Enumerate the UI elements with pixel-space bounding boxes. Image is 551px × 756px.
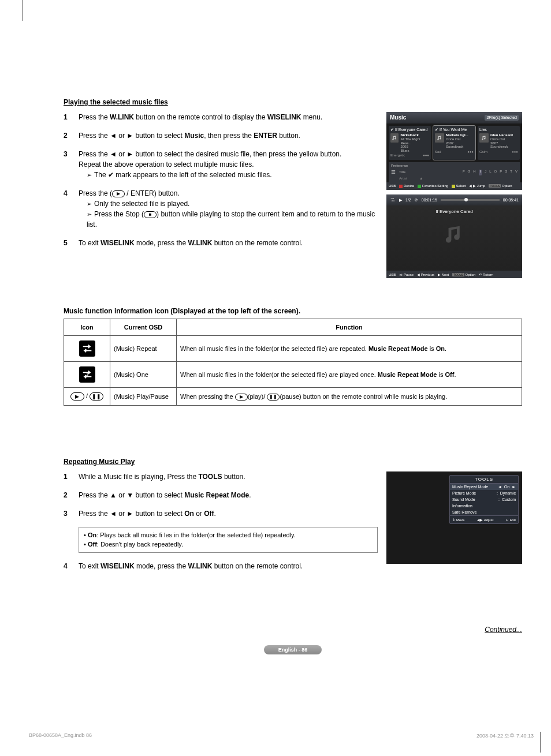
pb-option: Option — [466, 273, 476, 276]
preference-label: Preference — [391, 164, 518, 168]
progress-bar — [441, 199, 500, 201]
repeat-note-box: • On: Plays back all music fi les in the… — [79, 527, 378, 553]
step: 1Press the W.LINK button on the remote c… — [64, 112, 378, 122]
alpha-letter: O — [494, 170, 497, 175]
alpha-letter: T — [510, 170, 512, 175]
pb-return: Return — [483, 273, 493, 276]
print-footer: BP68-00658A_Eng.indb 86 2008-04-22 오후 7:… — [29, 732, 534, 740]
table-heading: Music function information icon (Display… — [64, 307, 522, 315]
selected-count-badge: 2File(s) Selected — [485, 115, 519, 121]
table-row: (Music) RepeatWhen all music files in th… — [64, 336, 522, 362]
total-time: 00:05:41 — [503, 198, 519, 202]
usb-label2: USB — [389, 273, 396, 276]
step: 4To exit WISELINK mode, press the W.LINK… — [64, 561, 378, 571]
repeat-mini-icon — [390, 197, 396, 203]
footer-date: 2008-04-22 오후 7:40:13 — [476, 732, 534, 740]
music-card: Lies Glen HansardOnce Ost2007Soundtrack … — [478, 126, 520, 160]
tools-menu-screenshot: TOOLS Music Repeat Mode◄ On ►Picture Mod… — [386, 471, 522, 564]
alpha-letter: J — [485, 170, 486, 175]
sort-artist: Artist — [399, 177, 407, 180]
bb-select: Select — [456, 184, 466, 188]
now-playing-title: If Everyone Cared — [435, 209, 472, 214]
tf-exit: Exit — [510, 518, 516, 522]
svg-text:1: 1 — [85, 372, 88, 377]
page-number-chip: English - 86 — [264, 645, 322, 654]
sort-title: Title — [399, 170, 405, 174]
music-browser-title: Music — [390, 114, 406, 121]
step: 3Press the ◄ or ► button to select the d… — [64, 149, 378, 180]
alpha-letter: I — [479, 170, 482, 175]
loop-icon: ⟳ — [415, 198, 418, 203]
bb-device: Device — [404, 184, 414, 188]
table-row: 1(Music) OneWhen all music files in the … — [64, 362, 522, 388]
music-card: ✔ If Everyone Cared NickelbackAll The Ri… — [389, 126, 431, 160]
step: 4Press the (▶ / ENTER) button.Only the s… — [64, 188, 378, 230]
section-repeating: Repeating Music Play 1While a Music file… — [64, 458, 522, 579]
sort-icon — [391, 170, 396, 175]
tf-move: Move — [456, 518, 465, 522]
tools-chip: TOOLS — [489, 184, 501, 188]
tools-row: Safe Remove — [450, 509, 518, 515]
pb-next: Next — [442, 273, 449, 276]
section1-title: Playing the selected music files — [64, 98, 522, 106]
page-content: Playing the selected music files 1Press … — [0, 0, 551, 683]
alpha-letter: P — [500, 170, 502, 175]
alpha-letter: H — [473, 170, 475, 175]
tools-chip2: TOOLS — [452, 273, 464, 276]
step: 5To exit WISELINK mode, press the W.LINK… — [64, 238, 378, 248]
th-osd: Current OSD — [110, 319, 177, 336]
table-row: ▶ / ❚❚(Music) Play/PauseWhen pressing th… — [64, 388, 522, 406]
tf-adjust: Adjust — [484, 518, 494, 522]
tools-row: Music Repeat Mode◄ On ► — [450, 484, 518, 490]
alpha-letter: G — [468, 170, 471, 175]
steps1-list: 1Press the W.LINK button on the remote c… — [64, 112, 378, 278]
alpha-letter: V — [515, 170, 518, 175]
tools-row: Information — [450, 503, 518, 509]
step: 2Press the ◄ or ► button to select Music… — [64, 130, 378, 141]
pb-prev: Previous — [421, 273, 434, 276]
alpha-letter: S — [505, 170, 507, 175]
step: 3Press the ◄ or ► button to select On or… — [64, 508, 378, 519]
tools-row: Sound Mode: Custom — [450, 496, 518, 503]
bb-fav: Favorites Setting — [422, 184, 448, 188]
elapsed: 00:01:15 — [422, 198, 437, 202]
music-note-icon — [443, 223, 466, 246]
music-card: ✔ If You Want Me Marketa Irgl...Once Ost… — [433, 126, 475, 160]
usb-label: USB — [389, 184, 396, 188]
step: 2Press the ▲ or ▼ button to select Music… — [64, 490, 378, 500]
tools-row: Picture Mode: Dynamic — [450, 490, 518, 496]
music-browser-screenshot: Music 2File(s) Selected ✔ If Everyone Ca… — [386, 112, 522, 190]
music-player-screenshot: ▶ 1/2 ⟳ 00:01:15 00:05:41 If Everyone Ca… — [386, 194, 522, 278]
th-func: Function — [177, 319, 522, 336]
bb-jump: Jump — [477, 184, 486, 188]
info-table: Icon Current OSD Function (Music) Repeat… — [64, 319, 522, 406]
continued-label: Continued... — [64, 626, 522, 634]
section2-title: Repeating Music Play — [64, 458, 522, 466]
step: 1While a Music file is playing, Press th… — [64, 471, 378, 482]
bb-option: Option — [502, 184, 512, 188]
alpha-letter: L — [489, 170, 491, 175]
footer-file: BP68-00658A_Eng.indb 86 — [29, 732, 92, 740]
th-icon: Icon — [64, 319, 110, 336]
pb-pause: Pause — [404, 273, 414, 276]
alpha-letter: F — [463, 170, 465, 175]
section-playing: Playing the selected music files 1Press … — [64, 98, 522, 278]
tools-header: TOOLS — [450, 476, 518, 484]
track-pos: 1/2 — [405, 198, 411, 202]
